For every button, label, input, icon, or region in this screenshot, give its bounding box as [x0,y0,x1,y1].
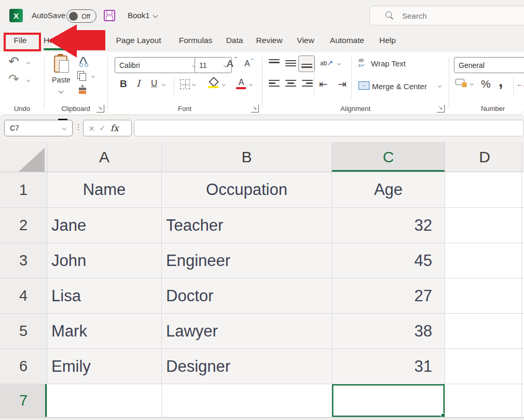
row-header-1[interactable]: 1 [0,172,47,208]
accounting-format-icon[interactable] [456,79,467,87]
cell-B2[interactable]: Teacher [162,208,332,243]
cell-A4[interactable]: Lisa [47,278,162,314]
cell-A1[interactable]: Name [47,172,162,208]
cell-A5[interactable]: Mark [47,314,162,349]
italic-button[interactable]: I [136,79,140,88]
orientation-button[interactable]: ab↗ [320,58,341,72]
undo-icon[interactable]: ↶ [8,55,19,68]
decrease-indent-icon[interactable]: ⇤ [319,78,328,90]
column-header-d[interactable]: D [445,142,524,172]
workbook-title[interactable]: Book1 [128,11,150,20]
cell-C7-selected[interactable] [332,384,445,417]
workbook-title-chevron-icon[interactable] [153,13,158,18]
cell-D5[interactable] [445,314,524,349]
font-color-icon[interactable]: A [236,78,246,89]
cell-A6[interactable]: Emily [47,349,162,384]
save-icon[interactable] [104,10,115,21]
increase-font-size-button[interactable]: A ˆ [227,57,240,71]
tab-review[interactable]: Review [255,31,284,50]
align-left-button[interactable] [269,80,280,88]
cell-B3[interactable]: Engineer [162,243,332,278]
wrap-text-button[interactable]: ab c↵ Wrap Text [357,56,425,72]
redo-chevron-icon[interactable] [26,78,30,82]
cell-C3[interactable]: 45 [332,243,445,278]
cell-B1[interactable]: Occupation [162,172,332,208]
column-header-c[interactable]: C [332,142,445,172]
cell-C4[interactable]: 27 [332,278,445,314]
name-box[interactable]: C7 [4,120,73,136]
tab-help[interactable]: Help [377,31,398,50]
fill-handle[interactable] [441,413,445,417]
search-box[interactable] [369,6,524,25]
cancel-icon[interactable]: × [89,123,94,133]
cell-D1[interactable] [445,172,524,208]
borders-icon[interactable] [180,79,190,89]
cell-A2[interactable]: Jane [47,208,162,243]
underline-chevron-icon[interactable] [162,82,166,86]
row-header-7[interactable]: 7 [0,384,47,417]
cell-D7[interactable] [445,384,524,417]
cell-C2[interactable]: 32 [332,208,445,243]
fill-color-chevron-icon[interactable] [222,82,226,86]
redo-icon[interactable]: ↷ [8,73,19,86]
alignment-dialog-launcher-icon[interactable]: ↘ [437,105,445,113]
tab-page-layout[interactable]: Page Layout [113,31,164,50]
column-header-a[interactable]: A [47,142,162,172]
autosave-toggle[interactable]: Off [66,9,96,23]
enter-icon[interactable]: ✓ [99,123,106,133]
row-header-5[interactable]: 5 [0,314,47,349]
cell-B5[interactable]: Lawyer [162,314,332,349]
align-center-button[interactable] [285,80,296,88]
align-top-button[interactable] [269,59,280,67]
insert-function-icon[interactable]: fx [111,123,119,133]
cell-B4[interactable]: Doctor [162,278,332,314]
align-middle-button[interactable] [285,59,296,67]
select-all-corner[interactable] [0,142,47,172]
formula-input[interactable] [134,120,524,136]
cell-D2[interactable] [445,208,524,243]
clipboard-dialog-launcher-icon[interactable]: ↘ [96,105,104,113]
search-input[interactable] [401,11,507,21]
column-header-b[interactable]: B [162,142,332,172]
cell-D4[interactable] [445,278,524,314]
font-color-chevron-icon[interactable] [249,82,253,86]
cell-D3[interactable] [445,243,524,278]
tab-view[interactable]: View [295,31,316,50]
increase-indent-icon[interactable]: ⇥ [338,78,347,90]
comma-style-button[interactable]: , [499,73,503,90]
merge-center-button[interactable]: ↔ Merge & Center [357,79,446,94]
cell-C5[interactable]: 38 [332,314,445,349]
align-right-button[interactable] [302,80,313,88]
paste-button[interactable]: Paste [48,53,74,101]
bold-button[interactable]: B [120,79,127,89]
increase-decimal-icon[interactable]: ←.0 [516,80,524,88]
cell-C6[interactable]: 31 [332,349,445,384]
cell-C1[interactable]: Age [332,172,445,208]
borders-chevron-icon[interactable] [192,82,196,86]
font-dialog-launcher-icon[interactable]: ↘ [251,105,259,113]
format-painter-icon[interactable] [78,85,87,94]
cell-A3[interactable]: John [47,243,162,278]
number-format-combo[interactable]: General [454,57,524,73]
align-bottom-button[interactable] [298,55,315,72]
more-options-icon[interactable]: ⋮ [75,122,82,132]
cell-B6[interactable]: Designer [162,349,332,384]
tab-formulas[interactable]: Formulas [177,31,214,50]
fill-color-icon[interactable] [208,78,219,88]
row-header-4[interactable]: 4 [0,278,47,314]
row-header-3[interactable]: 3 [0,243,47,278]
tab-data[interactable]: Data [225,31,244,50]
cell-A7[interactable] [47,384,162,417]
tab-automate[interactable]: Automate [327,31,367,50]
row-header-6[interactable]: 6 [0,349,47,384]
font-name-combo[interactable]: Calibri [115,57,201,73]
percent-style-button[interactable]: % [481,78,491,90]
undo-chevron-icon[interactable] [26,61,30,64]
copy-chevron-icon[interactable] [91,74,95,78]
underline-button[interactable]: U [151,79,157,88]
row-header-2[interactable]: 2 [0,208,47,243]
cell-D6[interactable] [445,349,524,384]
accounting-chevron-icon[interactable] [470,82,474,86]
cell-B7[interactable] [162,384,332,417]
copy-icon[interactable] [77,71,87,81]
